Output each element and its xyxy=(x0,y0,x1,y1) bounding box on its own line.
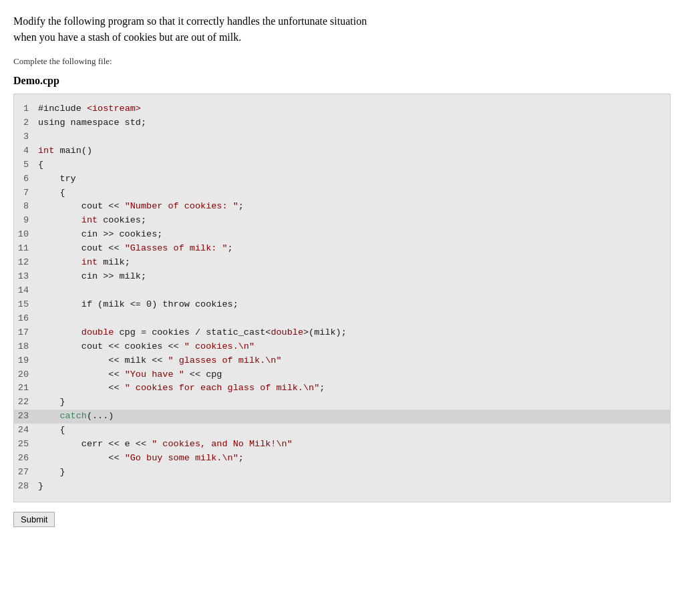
line-number: 17 xyxy=(14,326,38,340)
line-code: cerr << e << " cookies, and No Milk!\n" xyxy=(38,438,293,452)
code-token: << xyxy=(38,369,125,379)
line-number: 12 xyxy=(14,256,38,270)
filename-label: Demo.cpp xyxy=(13,75,671,87)
code-token: <iostream> xyxy=(87,104,141,114)
code-token: " cookies, and No Milk!\n" xyxy=(152,439,293,449)
code-token: cin >> cookies; xyxy=(38,229,162,239)
code-token: } xyxy=(38,397,65,407)
line-code: cin >> milk; xyxy=(38,270,146,284)
code-token: " cookies for each glass of milk.\n" xyxy=(125,383,320,393)
code-token: } xyxy=(38,481,43,491)
code-line: 8 cout << "Number of cookies: "; xyxy=(14,200,670,214)
line-number: 8 xyxy=(14,200,38,214)
line-number: 18 xyxy=(14,340,38,354)
line-code: catch(...) xyxy=(38,410,114,424)
submit-button[interactable]: Submit xyxy=(13,512,55,527)
line-number: 22 xyxy=(14,396,38,410)
line-code: { xyxy=(38,186,65,200)
code-token: { xyxy=(38,425,65,435)
line-code xyxy=(38,312,43,326)
code-token: << xyxy=(38,383,125,393)
line-number: 9 xyxy=(14,214,38,228)
code-token: } xyxy=(38,467,65,477)
code-line: 20 << "You have " << cpg xyxy=(14,368,670,382)
code-token: ; xyxy=(319,383,325,393)
line-code: { xyxy=(38,158,43,172)
code-line: 11 cout << "Glasses of milk: "; xyxy=(14,242,670,256)
line-number: 25 xyxy=(14,438,38,452)
code-line: 18 cout << cookies << " cookies.\n" xyxy=(14,340,670,354)
line-number: 5 xyxy=(14,158,38,172)
code-line: 2using namespace std; xyxy=(14,116,670,130)
code-token: catch xyxy=(59,411,87,421)
code-token: << milk << xyxy=(38,355,168,365)
complete-label: Complete the following file: xyxy=(13,56,671,67)
code-token: #include xyxy=(38,104,87,114)
code-token: double xyxy=(81,327,114,337)
code-token: milk; xyxy=(98,257,130,267)
line-number: 10 xyxy=(14,228,38,242)
line-code: if (milk <= 0) throw cookies; xyxy=(38,298,238,312)
line-number: 24 xyxy=(14,424,38,438)
code-line: 14 xyxy=(14,284,670,298)
code-line: 28} xyxy=(14,480,670,494)
code-line: 1#include <iostream> xyxy=(14,102,670,116)
code-line: 5{ xyxy=(14,158,670,172)
code-line: 6 try xyxy=(14,172,670,186)
code-token: cout << xyxy=(38,201,125,211)
code-line: 27 } xyxy=(14,466,670,480)
code-token: (...) xyxy=(87,411,114,421)
line-code: << " cookies for each glass of milk.\n"; xyxy=(38,381,325,396)
code-token: try xyxy=(38,174,76,184)
code-token: >(milk); xyxy=(303,327,347,337)
line-code: double cpg = cookies / static_cast<doubl… xyxy=(38,326,347,340)
line-number: 16 xyxy=(14,312,38,326)
code-line: 24 { xyxy=(14,424,670,438)
line-number: 15 xyxy=(14,298,38,312)
code-token: "You have " xyxy=(125,369,184,379)
code-line: 9 int cookies; xyxy=(14,214,670,228)
code-token xyxy=(38,411,59,421)
line-number: 6 xyxy=(14,172,38,186)
code-line: 19 << milk << " glasses of milk.\n" xyxy=(14,354,670,368)
line-number: 20 xyxy=(14,368,38,382)
line-number: 13 xyxy=(14,270,38,284)
code-token xyxy=(38,327,81,337)
code-token: double xyxy=(271,327,303,337)
line-code xyxy=(38,130,43,144)
code-token: int xyxy=(38,146,54,156)
line-code: { xyxy=(38,424,65,438)
code-token: << xyxy=(38,453,125,463)
line-number: 2 xyxy=(14,116,38,130)
code-token: cerr << e << xyxy=(38,439,152,449)
line-number: 4 xyxy=(14,144,38,158)
code-token: " glasses of milk.\n" xyxy=(168,355,281,365)
code-line: 26 << "Go buy some milk.\n"; xyxy=(14,452,670,466)
code-line: 16 xyxy=(14,312,670,326)
code-block: 1#include <iostream>2using namespace std… xyxy=(13,94,671,502)
code-token: ; xyxy=(238,201,244,211)
code-line: 22 } xyxy=(14,396,670,410)
code-line: 7 { xyxy=(14,186,670,200)
problem-description: Modify the following program so that it … xyxy=(13,13,671,45)
code-token: "Glasses of milk: " xyxy=(125,243,228,253)
code-token: ; xyxy=(238,453,244,463)
line-code: cout << cookies << " cookies.\n" xyxy=(38,340,254,354)
line-code: cin >> cookies; xyxy=(38,228,162,242)
line-number: 28 xyxy=(14,480,38,494)
code-token: int xyxy=(81,257,98,267)
line-code: } xyxy=(38,396,65,410)
line-code: try xyxy=(38,172,76,186)
code-token: cpg = cookies / static_cast< xyxy=(114,327,271,337)
code-token: << cpg xyxy=(184,369,222,379)
line-code: #include <iostream> xyxy=(38,102,141,116)
line-code: } xyxy=(38,480,43,494)
code-token xyxy=(38,257,81,267)
line-number: 11 xyxy=(14,242,38,256)
code-token: "Number of cookies: " xyxy=(125,201,238,211)
line-number: 3 xyxy=(14,130,38,144)
line-code: } xyxy=(38,466,65,480)
code-token: ; xyxy=(228,243,233,253)
code-line: 4int main() xyxy=(14,144,670,158)
line-number: 19 xyxy=(14,354,38,368)
